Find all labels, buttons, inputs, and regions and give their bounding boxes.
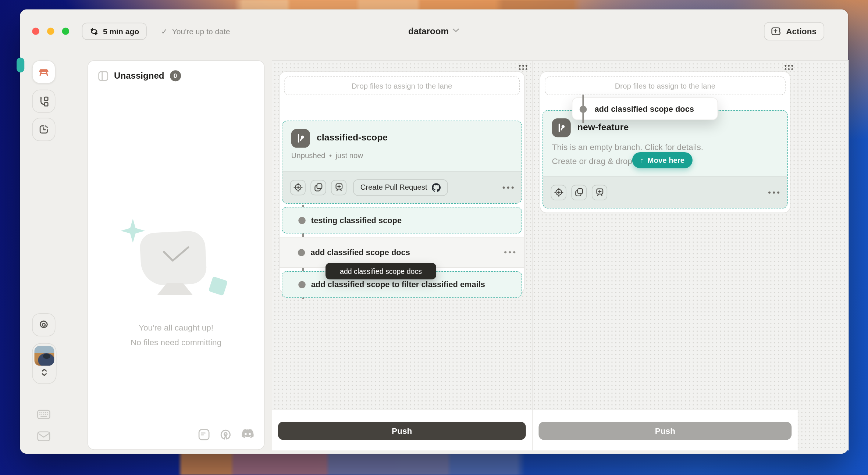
lane-drag-handle-icon[interactable] — [517, 64, 527, 70]
empty-state-text: You're all caught up! No files need comm… — [88, 320, 264, 350]
branch-badge-icon — [552, 118, 571, 137]
settings-button[interactable] — [32, 313, 55, 336]
copy-button[interactable] — [571, 185, 587, 200]
drawer-handle-tab[interactable] — [17, 58, 24, 73]
stack-panel: Drop files to assign to the lane classif… — [279, 71, 525, 293]
branch-name: classified-scope — [317, 129, 513, 143]
separator-dot: • — [329, 151, 332, 160]
branch-description-line1: This is an empty branch. Click for detai… — [552, 140, 779, 154]
commit-message: add classified scope to filter classifie… — [311, 280, 485, 289]
new-dependent-branch-button[interactable] — [331, 179, 346, 195]
history-tab-button[interactable] — [32, 118, 55, 141]
lane-footer: Push — [533, 409, 798, 450]
history-clock-icon — [38, 124, 50, 136]
commit-dot-icon — [298, 217, 306, 224]
branch-name: new-feature — [577, 118, 778, 132]
empty-state-line1: You're all caught up! — [88, 320, 264, 335]
push-label: Push — [655, 426, 675, 436]
actions-label: Actions — [786, 26, 817, 36]
ghost-commit-message: add classified scope docs — [594, 104, 694, 113]
checkmark-shape — [161, 245, 190, 264]
unassigned-panel: Unassigned 0 You're all caught up! No fi… — [88, 60, 265, 450]
push-button-disabled[interactable]: Push — [538, 422, 791, 440]
commit-menu-icon[interactable] — [504, 251, 515, 253]
unassigned-count-badge: 0 — [170, 70, 181, 81]
push-label: Push — [392, 426, 412, 436]
lane-new-feature: Drop files to assign to the lane new-fea… — [533, 61, 798, 451]
chevron-down-icon — [452, 28, 460, 33]
focus-target-button[interactable] — [551, 185, 566, 200]
branch-badge-icon — [291, 129, 310, 148]
drag-tooltip-text: add classified scope docs — [340, 267, 422, 275]
drop-zone-hint: Drop files to assign to the lane — [615, 82, 715, 90]
keyboard-shortcuts-icon[interactable] — [37, 410, 50, 419]
empty-state-illustration — [121, 219, 231, 307]
discord-icon[interactable] — [241, 429, 254, 440]
workspace: Drop files to assign to the lane classif… — [272, 60, 849, 450]
workspace-tab-button[interactable] — [32, 60, 55, 83]
unassigned-title: Unassigned — [114, 71, 164, 81]
lane-drag-handle-icon[interactable] — [783, 64, 793, 70]
overflow-menu-icon[interactable] — [768, 191, 779, 193]
diamond-shape — [208, 276, 228, 296]
drag-ghost-commit: add classified scope docs — [572, 97, 718, 120]
drop-zone[interactable]: Drop files to assign to the lane — [284, 76, 520, 95]
open-source-icon[interactable] — [220, 429, 232, 440]
branches-tab-button[interactable] — [32, 90, 55, 113]
github-icon — [432, 183, 441, 192]
stack-panel: Drop files to assign to the lane new-fea… — [540, 71, 790, 213]
commit-dot-icon — [298, 281, 306, 288]
account-switcher[interactable] — [32, 343, 56, 384]
branch-toolbar: Create Pull Request — [282, 171, 522, 203]
titlebar: 5 min ago ✓ You're up to date dataroom — [20, 10, 848, 51]
lane-footer: Push — [272, 409, 532, 450]
left-icon-rail — [20, 51, 67, 454]
overflow-menu-icon[interactable] — [503, 186, 514, 188]
drag-tooltip: add classified scope docs — [326, 263, 436, 279]
ghost-commit-dot-icon — [580, 106, 587, 113]
create-pull-request-button[interactable]: Create Pull Request — [353, 179, 448, 196]
branch-status-line: Unpushed • just now — [291, 151, 513, 160]
sparkle-shape — [121, 219, 145, 243]
branches-icon — [38, 95, 50, 107]
panel-footer-links — [198, 429, 254, 440]
move-here-indicator: ↑ Move here — [632, 152, 692, 168]
focus-target-button[interactable] — [290, 179, 306, 195]
move-here-label: Move here — [648, 156, 685, 164]
drop-zone-hint: Drop files to assign to the lane — [352, 82, 452, 90]
branch-card-header: classified-scope Unpushed • just now — [282, 121, 522, 160]
workbench-table-icon — [37, 65, 50, 79]
actions-sparkle-icon — [770, 25, 782, 37]
screen: 5 min ago ✓ You're up to date dataroom — [0, 0, 868, 475]
commit-message: testing classified scope — [311, 216, 402, 225]
changelog-icon[interactable] — [198, 429, 210, 440]
branch-card-classified-scope[interactable]: classified-scope Unpushed • just now — [282, 121, 522, 204]
commit-row[interactable]: testing classified scope — [282, 207, 522, 233]
chevron-up-down-icon — [40, 367, 48, 377]
drop-zone[interactable]: Drop files to assign to the lane — [545, 76, 786, 95]
lane-classified-scope: Drop files to assign to the lane classif… — [272, 61, 533, 451]
app-window: 5 min ago ✓ You're up to date dataroom — [20, 10, 848, 454]
actions-button[interactable]: Actions — [764, 22, 824, 40]
branch-time: just now — [336, 151, 363, 160]
project-selector[interactable]: dataroom — [20, 23, 848, 40]
arrow-up-icon: ↑ — [640, 156, 644, 164]
project-name: dataroom — [408, 26, 449, 36]
mail-feedback-icon[interactable] — [37, 431, 50, 442]
push-button[interactable]: Push — [278, 422, 526, 440]
user-avatar — [34, 346, 54, 366]
gear-icon — [38, 319, 50, 331]
copy-button[interactable] — [310, 179, 326, 195]
new-dependent-branch-button[interactable] — [592, 185, 607, 200]
unassigned-header: Unassigned 0 — [88, 61, 264, 91]
commit-dot-icon — [298, 249, 305, 256]
split-panel-icon — [98, 71, 108, 81]
empty-state-line2: No files need committing — [88, 335, 264, 350]
commit-message: add classified scope docs — [310, 248, 410, 257]
branch-status: Unpushed — [291, 151, 326, 160]
branch-toolbar — [543, 176, 787, 208]
create-pull-request-label: Create Pull Request — [360, 183, 427, 192]
